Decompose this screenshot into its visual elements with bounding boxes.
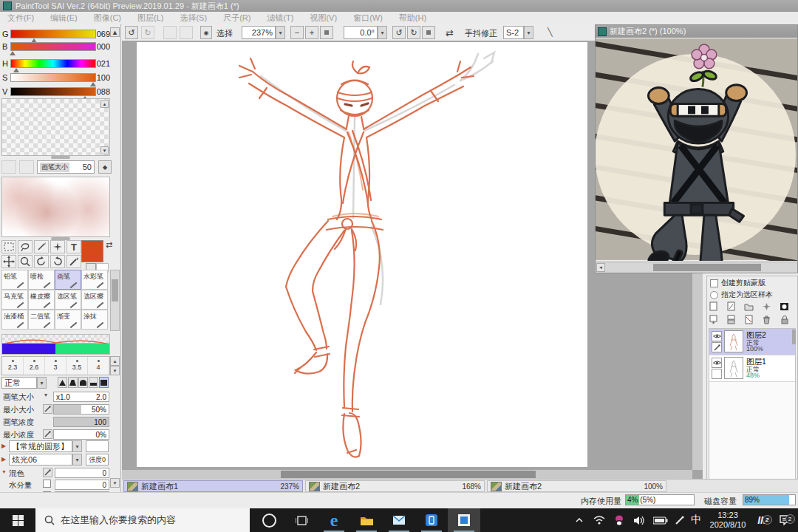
advanced-expander-icon[interactable]: ▼ [1,469,7,474]
preset-scroll-up-button[interactable]: ▴ [110,356,120,366]
size-preset-2.6[interactable]: 2.6 [24,357,45,375]
lasso-icon[interactable] [18,240,33,253]
mixer-scroll-down-button[interactable]: ▾ [100,146,109,154]
layer-list-scrollbar[interactable] [792,330,796,344]
brush-tool-涂抹[interactable]: 涂抹 [81,310,108,330]
tray-battery[interactable] [650,508,671,532]
zoom-in-button[interactable]: + [305,26,318,39]
texture-field[interactable]: 炫光06 [9,454,72,466]
edge-shape-button-4[interactable] [99,377,109,388]
special-effect-icon[interactable] [762,301,772,312]
blend-mode-dropdown-button[interactable]: ▾ [37,377,47,389]
document-tab-3[interactable]: 新建画布2100% [487,480,666,492]
texture-expander-icon[interactable]: ▶ [1,456,6,463]
size-preset-2.3[interactable]: 2.3 [2,357,24,375]
active-app-button[interactable] [448,508,480,532]
rotate-reset-button[interactable] [422,26,435,39]
brush-shape-extra-field[interactable] [86,440,109,452]
document-tab-1[interactable]: 新建画布1237% [123,480,303,492]
slider-marker[interactable] [90,82,96,86]
layer-mask-icon[interactable] [780,301,790,312]
brush-tool-选区擦[interactable]: 选区擦 [81,290,108,310]
canvas-page[interactable] [137,42,587,467]
cortana-button[interactable] [253,508,285,532]
rotate-view-icon[interactable] [34,255,49,268]
brush-tool-油漆桶[interactable]: 油漆桶 [1,310,28,330]
size-preset-3[interactable]: 3 [45,357,66,375]
line-tool-icon[interactable]: ╲ [548,27,553,37]
tray-wifi[interactable] [590,508,609,532]
zoom-field[interactable]: 237% [242,26,276,39]
advanced-field-混色[interactable]: 0 [55,468,109,478]
angle-dropdown-button[interactable]: ▾ [378,26,387,39]
shape-expander-icon[interactable]: ▶ [1,443,6,449]
slider-track-V[interactable] [10,87,96,96]
menu-item-图层(L)[interactable]: 图层(L) [137,13,163,24]
brush-tool-橡皮擦[interactable]: 橡皮擦 [28,290,55,310]
selection-source-radio[interactable] [710,291,718,299]
taskbar-clock[interactable]: 13:23 2020/8/10 [705,508,751,532]
menu-item-编辑(E)[interactable]: 编辑(E) [50,13,78,24]
new-folder-icon[interactable] [744,301,754,312]
file-explorer-button[interactable] [350,508,383,532]
slider-marker[interactable] [10,51,16,55]
clipping-mask-row[interactable]: 创建剪贴蒙版 [707,276,797,288]
layer-indicator-empty[interactable] [712,369,722,379]
edge-shape-button-2[interactable] [78,377,88,388]
menu-item-选择(S)[interactable]: 选择(S) [180,13,207,24]
panel-scroll-down-button[interactable]: ▾ [110,478,120,488]
slider-track-G[interactable] [10,30,96,38]
rotate-cw-button[interactable]: ↻ [407,26,420,39]
brush-tool-铅笔[interactable]: 铅笔 [1,270,28,290]
transfer-down-icon[interactable] [709,315,719,325]
advanced-field-水分量[interactable]: 0 [55,480,109,490]
brush-tool-渐变[interactable]: 渐变 [55,310,81,330]
edge-shape-button-3[interactable] [89,377,98,388]
brush-size-option-button[interactable]: ◆ [98,160,112,174]
undo-button[interactable]: ↺ [125,26,138,39]
advanced-checkbox[interactable] [43,480,51,488]
new-linework-layer-icon[interactable] [726,301,737,312]
brush-shape-field[interactable]: 【常规的圆形】 [9,440,72,452]
menu-item-文件(F)[interactable]: 文件(F) [7,13,34,24]
panel-scroll-up-button[interactable]: ▴ [110,27,120,37]
angle-field[interactable]: 0.0° [344,26,378,39]
color-mixer-pad[interactable]: ▴ ▾ [1,98,110,156]
tool-extra-button-2[interactable] [180,26,193,39]
gradient-preview[interactable] [1,343,110,355]
pen-pressure-button[interactable] [43,468,52,477]
layer-visibility-toggle[interactable] [712,358,722,368]
slider-marker[interactable] [13,68,19,72]
brush-grid-scrollbar[interactable] [110,270,120,331]
redo-button[interactable]: ↻ [141,26,154,39]
zoom-tool-icon[interactable] [18,255,33,268]
menu-item-图像(C)[interactable]: 图像(C) [94,13,121,24]
delete-layer-icon[interactable] [762,315,772,325]
selection-pen-icon[interactable] [34,240,49,253]
navigator-horizontal-scrollbar[interactable]: ◂ [596,262,797,273]
zoom-dropdown-button[interactable]: ▾ [276,26,285,39]
brush-tool-马克笔[interactable]: 马克笔 [1,290,28,310]
size-preset-4[interactable]: 4 [88,357,109,375]
lock-layer-icon[interactable] [780,315,790,325]
tool-extra-button-1[interactable] [163,26,177,39]
brush-tool-画笔[interactable]: 画笔 [55,270,81,290]
tray-expand-chevron[interactable] [570,508,588,532]
blend-mode-select[interactable]: 正常 [1,377,37,389]
stabilizer-dropdown-button[interactable]: ▾ [524,26,533,39]
param-bar-最小浓度[interactable]: 0% [53,429,109,440]
navigator-title-bar[interactable]: 新建画布2 (*) (100%) [596,25,797,38]
stabilizer-field[interactable]: S-2 [503,26,524,39]
flip-canvas-icon[interactable]: ⇄ [446,27,454,38]
text-tool-icon[interactable]: T [66,240,81,253]
taskbar-search-box[interactable]: 在这里输入你要搜索的内容 [35,508,250,532]
selection-mode-button[interactable]: ◉ [200,26,212,39]
zoom-reset-button[interactable] [320,26,333,39]
reset-view-icon[interactable] [50,255,65,268]
tray-qq[interactable] [610,508,628,532]
slider-track-S[interactable] [10,73,96,82]
mail-button[interactable] [383,508,415,532]
slider-track-B[interactable] [10,42,96,51]
layer-visibility-toggle[interactable] [712,331,722,341]
preset-scroll-down-button[interactable]: ▾ [110,366,120,375]
